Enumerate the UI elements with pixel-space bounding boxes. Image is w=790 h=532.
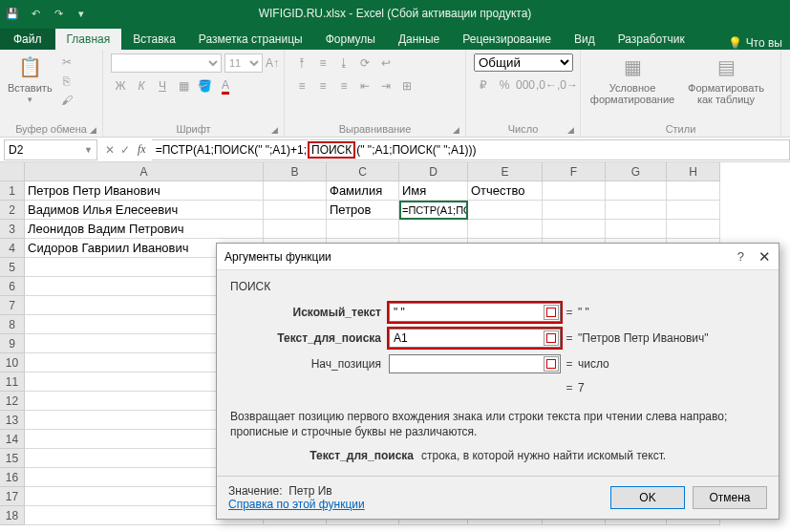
tab-view[interactable]: Вид (563, 29, 607, 50)
arg-input[interactable] (389, 354, 561, 373)
cell[interactable] (264, 181, 327, 201)
wrap-text-icon[interactable]: ↩ (376, 53, 395, 73)
cell[interactable] (606, 201, 667, 220)
col-header[interactable]: E (468, 162, 543, 181)
tab-developer[interactable]: Разработчик (607, 29, 696, 50)
col-header[interactable]: F (543, 162, 606, 181)
range-selector-icon[interactable] (544, 356, 559, 372)
cell[interactable] (327, 220, 399, 239)
cell[interactable] (399, 220, 468, 239)
tab-data[interactable]: Данные (387, 29, 451, 50)
clipboard-dialog-icon[interactable]: ◢ (90, 125, 96, 135)
cell[interactable] (264, 201, 327, 220)
enter-formula-icon[interactable]: ✓ (120, 143, 130, 157)
tab-file[interactable]: Файл (0, 29, 55, 50)
help-icon[interactable]: ? (737, 249, 744, 264)
format-painter-button[interactable]: 🖌 (58, 92, 75, 109)
align-top-icon[interactable]: ⭱ (292, 53, 311, 73)
percent-icon[interactable]: % (495, 75, 514, 95)
row-header[interactable]: 4 (0, 239, 25, 258)
cell[interactable]: Фамилия (327, 181, 399, 201)
col-header[interactable]: H (667, 162, 720, 181)
ok-button[interactable]: OK (610, 486, 685, 509)
tab-formulas[interactable]: Формулы (314, 29, 387, 50)
copy-button[interactable]: ⎘ (58, 73, 75, 90)
cell[interactable] (468, 201, 543, 220)
close-icon[interactable]: ✕ (758, 248, 771, 266)
cell[interactable] (606, 220, 667, 239)
cell[interactable]: Имя (399, 181, 468, 201)
save-icon[interactable]: 💾 (4, 5, 21, 22)
italic-button[interactable]: К (132, 76, 151, 96)
merge-icon[interactable]: ⊞ (397, 76, 416, 96)
cell[interactable]: Леонидов Вадим Петрович (25, 220, 264, 239)
decrease-decimal-icon[interactable]: ,0→ (558, 75, 577, 95)
row-header[interactable]: 2 (0, 201, 25, 220)
number-dialog-icon[interactable]: ◢ (567, 125, 574, 135)
formula-input[interactable]: =ПСТР(A1;ПОИСК(" ";A1)+1;ПОИСК(" ";A1;ПО… (152, 139, 790, 160)
align-left-icon[interactable]: ≡ (292, 76, 311, 96)
select-all-corner[interactable] (0, 162, 25, 181)
cancel-button[interactable]: Отмена (693, 486, 767, 509)
increase-indent-icon[interactable]: ⇥ (376, 76, 395, 96)
fill-color-button[interactable]: 🪣 (195, 76, 214, 96)
orientation-icon[interactable]: ⟳ (355, 53, 374, 73)
row-header[interactable]: 6 (0, 277, 25, 296)
cell[interactable] (543, 201, 606, 220)
increase-decimal-icon[interactable]: ,0← (537, 75, 556, 95)
range-selector-icon[interactable] (544, 305, 559, 320)
row-header[interactable]: 3 (0, 220, 25, 239)
row-header[interactable]: 10 (0, 353, 25, 372)
cell[interactable] (543, 181, 606, 201)
cell[interactable]: Петров (327, 201, 399, 220)
font-dialog-icon[interactable]: ◢ (271, 125, 278, 135)
tab-review[interactable]: Рецензирование (451, 29, 563, 50)
dialog-help-link[interactable]: Справка по этой функции (228, 498, 365, 511)
comma-icon[interactable]: 000 (516, 75, 535, 95)
chevron-down-icon[interactable]: ▼ (84, 145, 93, 155)
tab-page-layout[interactable]: Разметка страницы (187, 29, 314, 50)
increase-font-icon[interactable]: A↑ (266, 56, 279, 70)
row-header[interactable]: 18 (0, 506, 25, 525)
col-header[interactable]: G (606, 162, 667, 181)
cell[interactable] (667, 201, 720, 220)
align-dialog-icon[interactable]: ◢ (453, 125, 459, 135)
row-header[interactable]: 1 (0, 181, 25, 201)
range-selector-icon[interactable] (544, 330, 559, 346)
row-header[interactable]: 15 (0, 449, 25, 468)
col-header[interactable]: B (264, 162, 327, 181)
cell[interactable] (264, 220, 327, 239)
col-header[interactable]: C (327, 162, 399, 181)
row-header[interactable]: 7 (0, 296, 25, 315)
row-header[interactable]: 16 (0, 468, 25, 487)
decrease-indent-icon[interactable]: ⇤ (355, 76, 374, 96)
arg-input[interactable] (389, 303, 561, 322)
align-bottom-icon[interactable]: ⭳ (334, 53, 353, 73)
cell[interactable]: =ПСТР(A1;ПОИСК(" ";A1)+1;ПОИСК(" ";A1;ПО… (399, 201, 468, 220)
qat-customize-icon[interactable]: ▾ (73, 5, 90, 22)
paste-button[interactable]: 📋 Вставить ▼ (8, 53, 53, 104)
accounting-icon[interactable]: ₽ (474, 75, 493, 95)
bold-button[interactable]: Ж (111, 76, 130, 96)
dialog-titlebar[interactable]: Аргументы функции ? ✕ (217, 244, 779, 270)
row-header[interactable]: 17 (0, 487, 25, 506)
row-header[interactable]: 5 (0, 258, 25, 277)
conditional-formatting-button[interactable]: ▦ Условное форматирование (588, 53, 676, 105)
name-box[interactable]: D2 ▼ (4, 139, 97, 160)
cut-button[interactable]: ✂ (58, 53, 75, 71)
border-button[interactable]: ▦ (174, 76, 193, 96)
row-header[interactable]: 13 (0, 411, 25, 430)
cell[interactable] (468, 220, 543, 239)
align-center-icon[interactable]: ≡ (313, 76, 332, 96)
row-header[interactable]: 11 (0, 372, 25, 392)
cell[interactable]: Отчество (468, 181, 543, 201)
cell[interactable] (667, 220, 720, 239)
format-as-table-button[interactable]: ▤ Форматировать как таблицу (682, 53, 770, 105)
col-header[interactable]: A (25, 162, 264, 181)
row-header[interactable]: 9 (0, 334, 25, 353)
redo-icon[interactable]: ↷ (50, 5, 67, 22)
col-header[interactable]: D (399, 162, 468, 181)
align-right-icon[interactable]: ≡ (334, 76, 353, 96)
tab-home[interactable]: Главная (55, 29, 122, 50)
cell[interactable]: Петров Петр Иванович (25, 181, 264, 201)
